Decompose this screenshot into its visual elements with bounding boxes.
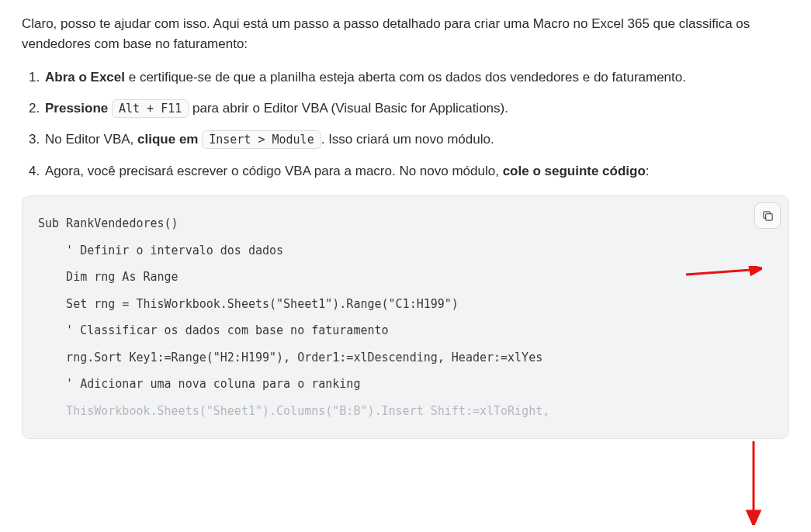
svg-rect-0	[765, 213, 772, 220]
intro-paragraph: Claro, posso te ajudar com isso. Aqui es…	[22, 14, 789, 55]
code-line: ThisWorkbook.Sheets("Sheet1").Columns("B…	[38, 398, 773, 425]
step-4-rest: :	[646, 164, 650, 178]
code-line: ' Definir o intervalo dos dados	[38, 237, 773, 264]
copy-button[interactable]	[754, 202, 781, 229]
step-2-bold: Pressione	[45, 101, 108, 116]
code-line: Sub RankVendedores()	[38, 210, 773, 237]
step-4: Agora, você precisará escrever o código …	[43, 161, 789, 181]
step-2-rest: para abrir o Editor VBA (Visual Basic fo…	[189, 101, 508, 116]
step-1-rest: e certifique-se de que a planilha esteja…	[125, 70, 686, 85]
code-line: Dim rng As Range	[38, 264, 773, 291]
code-line: rng.Sort Key1:=Range("H2:H199"), Order1:…	[38, 344, 773, 371]
annotation-arrow-down	[745, 440, 762, 525]
code-line: ' Classificar os dados com base no fatur…	[38, 317, 773, 344]
copy-icon	[761, 209, 775, 223]
step-3-pre: No Editor VBA,	[45, 132, 137, 147]
code-menu-insert-module: Insert > Module	[202, 130, 321, 149]
step-1: Abra o Excel e certifique-se de que a pl…	[43, 67, 789, 88]
step-3-rest: . Isso criará um novo módulo.	[321, 132, 494, 147]
steps-list: Abra o Excel e certifique-se de que a pl…	[22, 67, 789, 181]
step-3-bold: clique em	[137, 132, 198, 147]
code-line: Set rng = ThisWorkbook.Sheets("Sheet1").…	[38, 291, 773, 318]
code-block: Sub RankVendedores() ' Definir o interva…	[22, 195, 789, 439]
code-line: ' Adicionar uma nova coluna para o ranki…	[38, 371, 773, 398]
step-4-pre: Agora, você precisará escrever o código …	[45, 164, 503, 178]
step-2: Pressione Alt + F11 para abrir o Editor …	[43, 98, 789, 119]
step-3: No Editor VBA, clique em Insert > Module…	[43, 130, 789, 150]
step-1-bold: Abra o Excel	[45, 70, 125, 85]
code-shortcut-alt-f11: Alt + F11	[112, 99, 189, 118]
svg-marker-4	[747, 511, 760, 525]
step-4-bold: cole o seguinte código	[503, 164, 646, 178]
